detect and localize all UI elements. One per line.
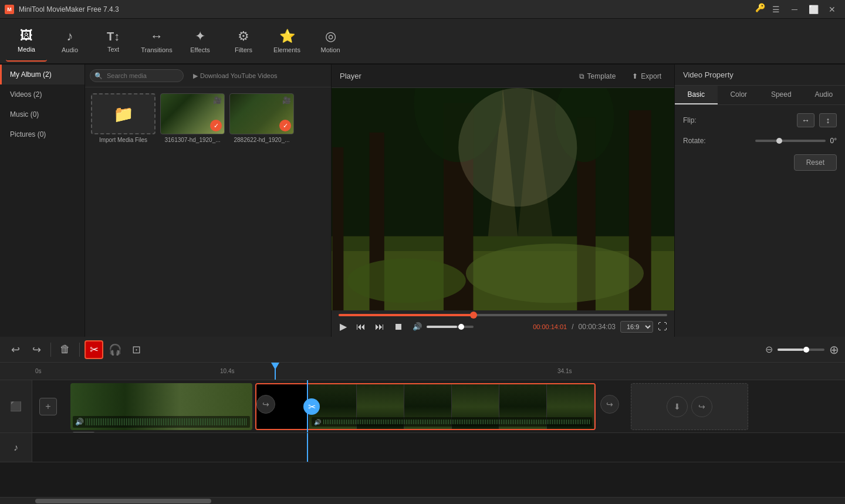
transitions-icon: ↔ (150, 29, 163, 44)
svg-rect-9 (332, 147, 343, 310)
main-toolbar: 🖼 Media ♪ Audio T↕ Text ↔ Transitions ✦ … (0, 19, 845, 65)
rotate-thumb (776, 138, 782, 144)
minimize-button[interactable]: ─ (786, 3, 803, 16)
clip-audio-bar-2: 🔊 (312, 417, 592, 427)
split-button[interactable]: ✂ (84, 340, 103, 359)
timeline-right-controls: ⊖ ⊕ (765, 343, 839, 357)
sidebar-item-my-album[interactable]: My Album (2) (0, 65, 84, 84)
next-frame-button[interactable]: ⏭ (374, 320, 386, 333)
close-button[interactable]: ✕ (824, 3, 840, 16)
media-clip-2[interactable]: 🎥 ✓ 2882622-hd_1920_... (229, 93, 294, 143)
placeholder-download-button[interactable]: ⬇ (667, 396, 688, 417)
toolbar-label-transitions: Transitions (141, 46, 172, 53)
undo-button[interactable]: ↩ (6, 340, 25, 359)
progress-thumb[interactable] (470, 312, 477, 319)
flip-label: Flip: (683, 116, 697, 124)
audio-track: ♪ (0, 433, 845, 462)
placeholder-replace-button[interactable]: ↪ (691, 396, 712, 417)
settings-button[interactable]: ☰ (768, 3, 784, 16)
import-media-label: Import Media Files (91, 137, 156, 143)
volume-button[interactable]: 🔊 (411, 321, 423, 332)
flip-vertical-button[interactable]: ↕ (819, 113, 837, 127)
time-separator: / (572, 323, 573, 331)
toolbar-item-transitions[interactable]: ↔ Transitions (136, 21, 177, 62)
audio-track-icon: ♪ (13, 442, 18, 453)
search-input[interactable] (90, 69, 184, 82)
toolbar-item-motion[interactable]: ◎ Motion (310, 21, 351, 62)
scrollbar-thumb[interactable] (35, 499, 211, 503)
titlebar-left: M MiniTool MovieMaker Free 7.4.3 (5, 5, 119, 14)
property-content: Flip: ↔ ↕ Rotate: 0° (675, 105, 845, 179)
progress-bar[interactable] (339, 314, 667, 316)
audio-detach-button[interactable]: 🎧 (106, 340, 124, 359)
toolbar-item-effects[interactable]: ✦ Effects (180, 21, 221, 62)
zoom-in-icon[interactable]: ⊕ (829, 343, 839, 357)
redo-button[interactable]: ↪ (27, 340, 46, 359)
controls-left: ▶ ⏮ ⏭ ⏹ 🔊 (339, 320, 474, 333)
stop-button[interactable]: ⏹ (393, 320, 404, 333)
svg-point-12 (458, 88, 577, 207)
app-title: MiniTool MovieMaker Free 7.4.3 (19, 5, 119, 13)
download-youtube-button[interactable]: ▶ Download YouTube Videos (188, 70, 282, 82)
zoom-slider[interactable] (778, 349, 824, 351)
between-clips-right: ↪ (600, 395, 619, 414)
volume-fill (427, 326, 457, 328)
timeline-section: ↩ ↪ 🗑 ✂ 🎧 ⊡ ⊖ ⊕ 0s 10.4s 34.1s (0, 337, 845, 504)
media-clip-1[interactable]: 🎥 ✓ 3161307-hd_1920_... (160, 93, 225, 143)
video-clip-1[interactable]: 🔊 (70, 383, 252, 430)
ruler-mark-0s: 0s (35, 368, 42, 374)
media-clip-2-label: 2882622-hd_1920_... (229, 137, 294, 143)
tab-speed[interactable]: Speed (760, 86, 803, 104)
flip-horizontal-button[interactable]: ↔ (797, 113, 814, 127)
video-clip-2[interactable]: 🔊 ✂ (255, 383, 596, 430)
key-icon: 🔑 (755, 3, 765, 16)
tab-color[interactable]: Color (718, 86, 760, 104)
sidebar-item-music[interactable]: Music (0) (0, 104, 84, 124)
import-media-item[interactable]: 📁 Import Media Files (91, 93, 156, 143)
delete-button[interactable]: 🗑 (56, 340, 75, 359)
volume-slider[interactable] (427, 326, 474, 328)
toolbar-separator-1 (50, 343, 51, 357)
prev-frame-button[interactable]: ⏮ (355, 320, 367, 333)
toolbar-label-audio: Audio (62, 46, 78, 53)
toolbar-item-elements[interactable]: ⭐ Elements (266, 21, 307, 62)
toolbar-label-motion: Motion (320, 46, 340, 53)
add-track-button[interactable]: + (39, 398, 57, 415)
sidebar-item-pictures[interactable]: Pictures (0) (0, 124, 84, 144)
timeline-scrollbar[interactable] (0, 497, 845, 504)
toolbar-item-filters[interactable]: ⚙ Filters (223, 21, 264, 62)
playhead-ruler-line (275, 363, 276, 380)
toolbar-item-media[interactable]: 🖼 Media (6, 21, 47, 62)
replace-left-button[interactable]: ↪ (256, 395, 275, 414)
check-badge-1: ✓ (210, 120, 222, 131)
play-button[interactable]: ▶ (339, 320, 348, 333)
video-type-icon-2: 🎥 (282, 96, 291, 104)
split-scissors-icon[interactable]: ✂ (303, 398, 320, 415)
maximize-button[interactable]: ⬜ (805, 3, 822, 16)
text-icon: T↕ (107, 30, 120, 43)
replace-right-button[interactable]: ↪ (600, 395, 619, 414)
export-icon: ⬆ (632, 72, 638, 80)
tab-audio[interactable]: Audio (803, 86, 846, 104)
zoom-out-icon[interactable]: ⊖ (765, 344, 773, 355)
crop-button[interactable]: ⊡ (127, 340, 146, 359)
reset-button[interactable]: Reset (794, 154, 837, 171)
rotate-row: Rotate: 0° (683, 137, 837, 145)
tab-basic[interactable]: Basic (675, 86, 718, 104)
toolbar-item-text[interactable]: T↕ Text (93, 21, 134, 62)
player-title: Player (340, 72, 361, 80)
template-icon: ⧉ (579, 72, 584, 80)
fullscreen-button[interactable]: ⛶ (658, 322, 667, 332)
template-button[interactable]: ⧉ Template (574, 70, 621, 83)
left-sidebar: My Album (2) Videos (2) Music (0) Pictur… (0, 65, 85, 337)
app-icon: M (5, 5, 14, 14)
aspect-ratio-select[interactable]: 16:9 4:3 1:1 (620, 321, 653, 333)
toolbar-item-audio[interactable]: ♪ Audio (49, 21, 90, 62)
ruler-mark-10s: 10.4s (220, 368, 234, 374)
rotate-label: Rotate: (683, 137, 706, 145)
video-track: ⬛ + 🔊 ↪ (0, 380, 845, 433)
zoom-thumb (803, 347, 809, 353)
sidebar-item-videos[interactable]: Videos (2) (0, 84, 84, 104)
export-button[interactable]: ⬆ Export (627, 70, 666, 83)
rotate-slider[interactable] (755, 140, 826, 142)
